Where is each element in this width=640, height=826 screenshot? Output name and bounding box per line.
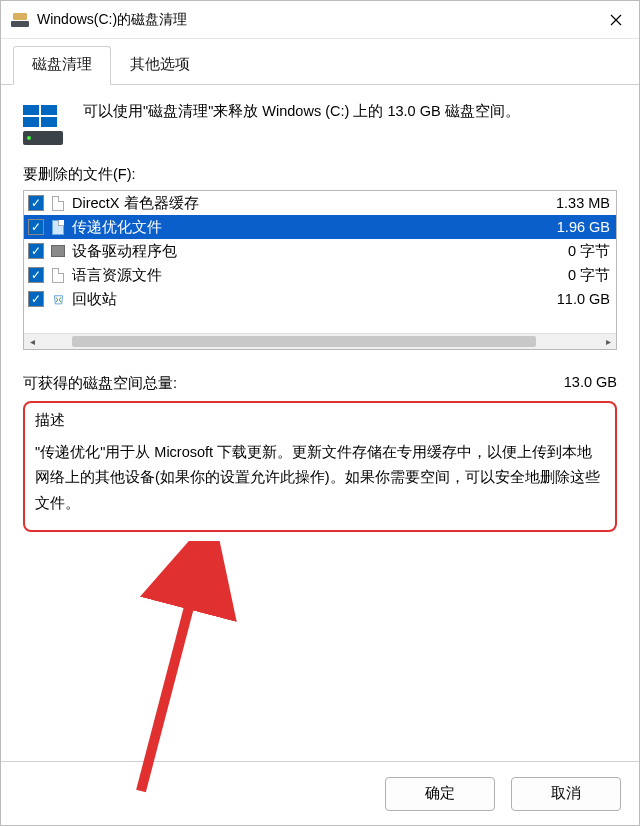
list-item[interactable]: ✓DirectX 着色器缓存1.33 MB [24,191,616,215]
list-item[interactable]: ✓传递优化文件1.96 GB [24,215,616,239]
total-row: 可获得的磁盘空间总量: 13.0 GB [23,374,617,393]
checkbox[interactable]: ✓ [28,243,44,259]
checkbox[interactable]: ✓ [28,291,44,307]
drive-icon [23,105,65,147]
tab-bar: 磁盘清理 其他选项 [1,39,639,85]
dialog-window: Windows(C:)的磁盘清理 磁盘清理 其他选项 可以使用"磁盘清理"来释放… [0,0,640,826]
list-item-label: 传递优化文件 [72,218,549,237]
total-value: 13.0 GB [564,374,617,393]
content-area: 可以使用"磁盘清理"来释放 Windows (C:) 上的 13.0 GB 磁盘… [1,85,639,761]
list-item-label: DirectX 着色器缓存 [72,194,548,213]
list-item-size: 0 字节 [560,266,610,285]
list-item-label: 语言资源文件 [72,266,560,285]
checkbox[interactable]: ✓ [28,267,44,283]
list-item[interactable]: ✓回收站11.0 GB [24,287,616,311]
checkbox[interactable]: ✓ [28,219,44,235]
scroll-left-arrow[interactable]: ◂ [24,334,40,350]
titlebar: Windows(C:)的磁盘清理 [1,1,639,39]
scroll-right-arrow[interactable]: ▸ [600,334,616,350]
dialog-footer: 确定 取消 [1,761,639,825]
total-label: 可获得的磁盘空间总量: [23,374,177,393]
intro-text: 可以使用"磁盘清理"来释放 Windows (C:) 上的 13.0 GB 磁盘… [83,99,617,124]
tab-more-options[interactable]: 其他选项 [111,46,209,85]
file-icon [50,219,66,235]
files-to-delete-label: 要删除的文件(F): [23,165,617,184]
ok-button[interactable]: 确定 [385,777,495,811]
horizontal-scrollbar[interactable]: ◂ ▸ [24,333,616,349]
file-list[interactable]: ✓DirectX 着色器缓存1.33 MB✓传递优化文件1.96 GB✓设备驱动… [23,190,617,350]
cancel-button[interactable]: 取消 [511,777,621,811]
intro-row: 可以使用"磁盘清理"来释放 Windows (C:) 上的 13.0 GB 磁盘… [23,99,617,147]
close-icon [610,14,622,26]
description-title: 描述 [35,411,605,430]
file-icon [50,267,66,283]
close-button[interactable] [593,1,639,38]
description-box: 描述 "传递优化"用于从 Microsoft 下载更新。更新文件存储在专用缓存中… [23,401,617,532]
list-item-size: 1.33 MB [548,195,610,211]
list-item[interactable]: ✓设备驱动程序包0 字节 [24,239,616,263]
checkbox[interactable]: ✓ [28,195,44,211]
description-text: "传递优化"用于从 Microsoft 下载更新。更新文件存储在专用缓存中，以便… [35,440,605,516]
list-item-size: 0 字节 [560,242,610,261]
list-item-size: 11.0 GB [549,291,610,307]
svg-rect-1 [13,13,27,20]
file-icon [50,195,66,211]
list-item-size: 1.96 GB [549,219,610,235]
scrollbar-thumb[interactable] [72,336,537,347]
package-icon [50,243,66,259]
tab-disk-cleanup[interactable]: 磁盘清理 [13,46,111,85]
svg-rect-0 [11,21,29,27]
window-title: Windows(C:)的磁盘清理 [37,11,593,29]
list-item-label: 设备驱动程序包 [72,242,560,261]
list-item[interactable]: ✓语言资源文件0 字节 [24,263,616,287]
disk-cleanup-icon [11,13,29,27]
list-item-label: 回收站 [72,290,549,309]
recycle-bin-icon [50,291,66,307]
